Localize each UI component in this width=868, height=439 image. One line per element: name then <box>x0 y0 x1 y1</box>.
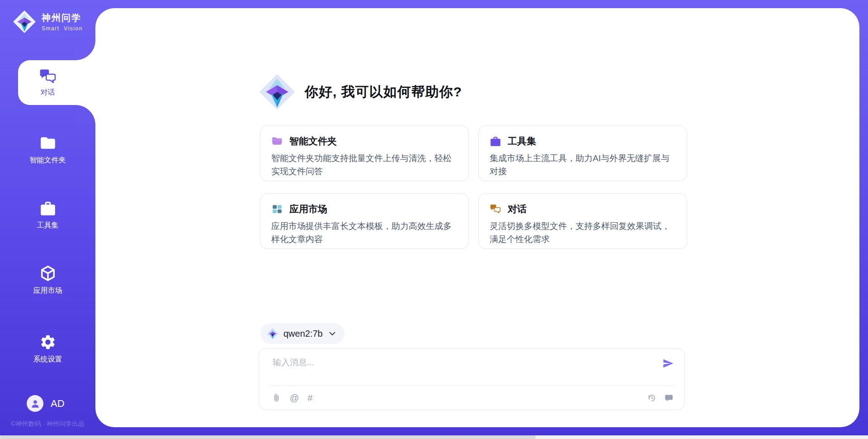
card-smart-folders[interactable]: 智能文件夹 智能文件夹功能支持批量文件上传与清洗，轻松实现文件问答 <box>260 125 469 181</box>
sidebar-item-toolset[interactable]: 工具集 <box>0 200 95 230</box>
message-composer: @ # <box>259 348 685 410</box>
card-title: 工具集 <box>508 135 536 148</box>
toolbox-icon <box>490 135 501 147</box>
card-header: 工具集 <box>490 135 678 148</box>
greeting-text: 你好, 我可以如何帮助你? <box>305 83 462 101</box>
card-description: 灵活切换多模型文件，支持多样回复效果调试，满足个性化需求 <box>490 220 678 246</box>
brand-name-cn: 神州问学 <box>42 12 83 24</box>
card-description: 智能文件夹功能支持批量文件上传与清洗，轻松实现文件问答 <box>271 152 459 178</box>
send-icon <box>662 358 674 369</box>
sidebar-item-chat[interactable]: 对话 <box>18 60 95 105</box>
composer-tools-left: @ # <box>272 393 312 403</box>
folder-open-icon <box>271 135 283 147</box>
greeting: 你好, 我可以如何帮助你? <box>259 72 462 111</box>
card-title: 智能文件夹 <box>289 135 337 148</box>
feature-cards: 智能文件夹 智能文件夹功能支持批量文件上传与清洗，轻松实现文件问答 工具集 集成… <box>260 125 687 249</box>
sidebar-item-label: 工具集 <box>37 221 59 230</box>
card-description: 集成市场上主流工具，助力AI与外界无缝扩展与对接 <box>490 152 678 178</box>
card-toolset[interactable]: 工具集 集成市场上主流工具，助力AI与外界无缝扩展与对接 <box>478 125 687 181</box>
brand-text: 神州问学 Smart Vision <box>42 12 83 32</box>
card-title: 应用市场 <box>289 203 327 215</box>
avatar <box>27 395 43 412</box>
card-header: 应用市场 <box>271 203 459 215</box>
cube-icon <box>39 265 57 282</box>
model-selector[interactable]: qwen2:7b <box>260 323 344 344</box>
card-header: 对话 <box>490 203 678 215</box>
sidebar-item-label: 智能文件夹 <box>30 156 66 165</box>
card-app-market[interactable]: 应用市场 应用市场提供丰富长文本模板，助力高效生成多样化文章内容 <box>260 193 469 249</box>
sidebar-item-label: 对话 <box>41 88 55 97</box>
brand-name-en: Smart Vision <box>42 25 83 32</box>
greeting-logo-icon <box>259 72 296 111</box>
chat-square-icon[interactable] <box>664 393 674 403</box>
folder-icon <box>39 134 57 152</box>
gear-icon <box>39 334 57 351</box>
brand[interactable]: 神州问学 Smart Vision <box>13 10 83 33</box>
paperclip-icon[interactable] <box>272 393 281 403</box>
chat-bubbles-icon <box>39 68 57 85</box>
send-button[interactable] <box>662 358 675 370</box>
model-logo-icon <box>267 328 278 340</box>
copyright-footer: ©神州数码 · 神州问学出品 <box>0 420 95 428</box>
card-title: 对话 <box>508 203 527 215</box>
card-description: 应用市场提供丰富长文本模板，助力高效生成多样化文章内容 <box>271 220 459 246</box>
brand-logo-icon <box>13 10 36 33</box>
at-icon[interactable]: @ <box>290 393 299 403</box>
user-name: AD <box>51 398 65 410</box>
history-icon[interactable] <box>647 393 656 403</box>
composer-divider <box>267 386 676 386</box>
card-chat[interactable]: 对话 灵活切换多模型文件，支持多样回复效果调试，满足个性化需求 <box>478 193 687 249</box>
model-name: qwen2:7b <box>283 329 323 339</box>
sidebar-item-settings[interactable]: 系统设置 <box>0 334 95 364</box>
sidebar: 神州问学 Smart Vision 对话 智能文件夹 工具集 <box>0 0 95 439</box>
app-grid-icon <box>271 203 283 215</box>
horizontal-scrollbar[interactable] <box>0 435 868 439</box>
person-icon <box>30 398 41 409</box>
composer-tools-right <box>647 393 674 403</box>
hash-icon[interactable]: # <box>307 393 312 403</box>
chat-icon <box>490 203 501 215</box>
sidebar-item-smart-folders[interactable]: 智能文件夹 <box>0 134 95 165</box>
user-account[interactable]: AD <box>27 395 65 412</box>
app-page: 神州问学 Smart Vision 对话 智能文件夹 工具集 <box>0 0 868 439</box>
sidebar-item-label: 系统设置 <box>33 355 62 364</box>
card-header: 智能文件夹 <box>271 135 459 148</box>
message-input[interactable] <box>272 356 644 381</box>
chevron-down-icon <box>329 332 335 336</box>
toolbox-icon <box>39 200 57 217</box>
sidebar-item-label: 应用市场 <box>33 286 62 296</box>
sidebar-item-app-market[interactable]: 应用市场 <box>0 265 95 296</box>
scrollbar-thumb[interactable] <box>0 435 536 439</box>
